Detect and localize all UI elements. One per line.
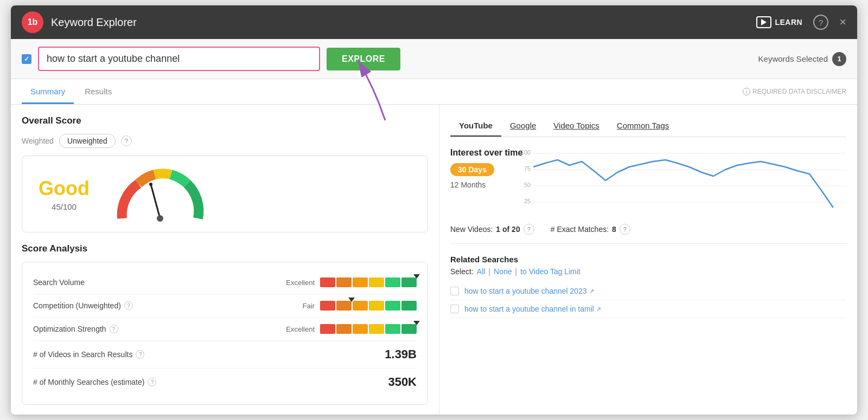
interest-left: Interest over time 30 Days 12 Months (450, 148, 522, 213)
rating-excellent-2: Excellent (282, 325, 315, 333)
analysis-row-competition: Competition (Unweighted) ? Fair (33, 294, 417, 318)
new-videos-metric: New Videos: 1 of 20 ? (450, 224, 534, 235)
rating-excellent-1: Excellent (282, 279, 315, 287)
svg-text:25: 25 (524, 198, 531, 204)
help-icon-monthly[interactable]: ? (148, 378, 156, 386)
keywords-selected: Keywords Selected 1 (758, 52, 846, 66)
score-label: Good (39, 177, 90, 200)
bar-marker-2 (348, 298, 355, 302)
bar-marker-3 (413, 321, 420, 325)
disclaimer: i REQUIRED DATA DISCLAIMER (743, 88, 846, 95)
related-checkbox-2[interactable] (450, 305, 459, 313)
external-icon-1: ↗ (589, 288, 594, 295)
right-tabs: YouTube Google Video Topics Common Tags (450, 115, 846, 137)
bar-marker-1 (413, 274, 420, 279)
app-title: Keyword Explorer (51, 16, 756, 29)
tab-youtube[interactable]: YouTube (450, 115, 501, 137)
interest-section: Interest over time 30 Days 12 Months 100… (450, 148, 846, 213)
tab-results[interactable]: Results (76, 79, 120, 104)
analysis-row-search-volume: Search Volume Excellent (33, 271, 417, 294)
exact-matches-metric: # Exact Matches: 8 ? (551, 224, 630, 235)
title-bar: 1b Keyword Explorer LEARN ? × (11, 5, 857, 39)
gauge-chart (111, 167, 209, 221)
exact-matches-value: 8 (612, 225, 616, 234)
color-bar-1 (320, 277, 417, 287)
analysis-value-competition: Fair (174, 301, 417, 311)
svg-line-2 (151, 184, 160, 218)
period-12-months[interactable]: 12 Months (450, 180, 522, 189)
info-icon: i (743, 88, 750, 95)
help-icon-competition[interactable]: ? (124, 301, 133, 310)
unweighted-toggle[interactable]: Unweighted (59, 134, 116, 148)
play-icon (756, 16, 771, 28)
overall-score-section: Overall Score Weighted Unweighted ? Good… (22, 115, 428, 232)
title-bar-actions: LEARN ? × (756, 15, 846, 30)
analysis-label-monthly: # of Monthly Searches (estimate) ? (33, 378, 174, 386)
analysis-value-optimization: Excellent (174, 324, 417, 334)
select-none[interactable]: None (494, 267, 512, 276)
svg-text:75: 75 (524, 165, 531, 172)
score-number: 45/100 (52, 202, 76, 211)
analysis-row-videos: # of Videos in Search Results ? 1.39B (33, 341, 417, 369)
select-row: Select: All | None | to Video Tag Limit (450, 267, 846, 276)
svg-point-3 (157, 215, 163, 222)
left-panel: Overall Score Weighted Unweighted ? Good… (11, 105, 439, 415)
select-all[interactable]: All (477, 267, 486, 276)
period-30-days[interactable]: 30 Days (450, 163, 494, 176)
related-link-1[interactable]: how to start a youtube channel 2023 ↗ (464, 287, 594, 295)
exact-matches-help[interactable]: ? (620, 224, 630, 235)
new-videos-help[interactable]: ? (524, 224, 534, 235)
tab-summary[interactable]: Summary (22, 79, 74, 104)
videos-count: 1.39B (385, 347, 417, 361)
related-searches: Related Searches Select: All | None | to… (450, 255, 846, 318)
main-content: Overall Score Weighted Unweighted ? Good… (11, 105, 857, 415)
metrics-row: New Videos: 1 of 20 ? # Exact Matches: 8… (450, 224, 846, 244)
help-button[interactable]: ? (813, 15, 828, 30)
app-logo: 1b (22, 11, 43, 33)
interest-title: Interest over time (450, 148, 522, 158)
tab-google[interactable]: Google (501, 115, 545, 137)
color-bar-2 (320, 301, 417, 311)
search-area: EXPLORE Keywords Selected 1 (11, 39, 857, 79)
related-item-1: how to start a youtube channel 2023 ↗ (450, 282, 846, 300)
svg-text:100: 100 (521, 149, 531, 156)
tab-common-tags[interactable]: Common Tags (608, 115, 678, 137)
select-tag-limit[interactable]: to Video Tag Limit (520, 267, 580, 276)
explore-button[interactable]: EXPLORE (327, 48, 400, 70)
tab-video-topics[interactable]: Video Topics (545, 115, 608, 137)
weighted-label[interactable]: Weighted (22, 137, 54, 145)
help-icon-optimization[interactable]: ? (110, 325, 118, 333)
score-card: Good 45/100 (22, 156, 428, 232)
learn-button[interactable]: LEARN (756, 16, 802, 28)
tabs-bar: Summary Results i REQUIRED DATA DISCLAIM… (11, 79, 857, 105)
interest-chart: 100 75 50 25 (533, 148, 846, 213)
search-input[interactable] (39, 48, 319, 70)
analysis-label-competition: Competition (Unweighted) ? (33, 301, 174, 310)
analysis-value-monthly: 350K (174, 375, 417, 389)
new-videos-label: New Videos: (450, 225, 493, 234)
search-checkbox[interactable] (22, 54, 31, 64)
svg-text:50: 50 (524, 182, 531, 188)
right-panel: YouTube Google Video Topics Common Tags … (439, 105, 857, 415)
analysis-row-monthly: # of Monthly Searches (estimate) ? 350K (33, 369, 417, 396)
overall-score-title: Overall Score (22, 115, 428, 126)
related-link-2[interactable]: how to start a youtube channel in tamil … (464, 305, 601, 313)
external-icon-2: ↗ (596, 306, 601, 313)
score-toggle-row: Weighted Unweighted ? (22, 134, 428, 148)
related-checkbox-1[interactable] (450, 287, 459, 295)
analysis-label-optimization: Optimization Strength ? (33, 325, 174, 333)
close-button[interactable]: × (839, 16, 846, 28)
color-bar-3 (320, 324, 417, 334)
help-icon-videos[interactable]: ? (136, 350, 144, 359)
analysis-value-search-volume: Excellent (174, 277, 417, 287)
analysis-card: Search Volume Excellent (22, 262, 428, 405)
score-analysis-section: Score Analysis Search Volume Excellent (22, 243, 428, 405)
score-value: Good 45/100 (39, 177, 90, 211)
select-label: Select: (450, 267, 474, 276)
svg-marker-0 (761, 19, 767, 25)
rating-fair: Fair (282, 302, 315, 310)
keywords-count-badge: 1 (832, 52, 846, 66)
new-videos-value: 1 of 20 (496, 225, 520, 234)
score-help-icon[interactable]: ? (121, 135, 132, 146)
analysis-label-videos: # of Videos in Search Results ? (33, 350, 174, 359)
